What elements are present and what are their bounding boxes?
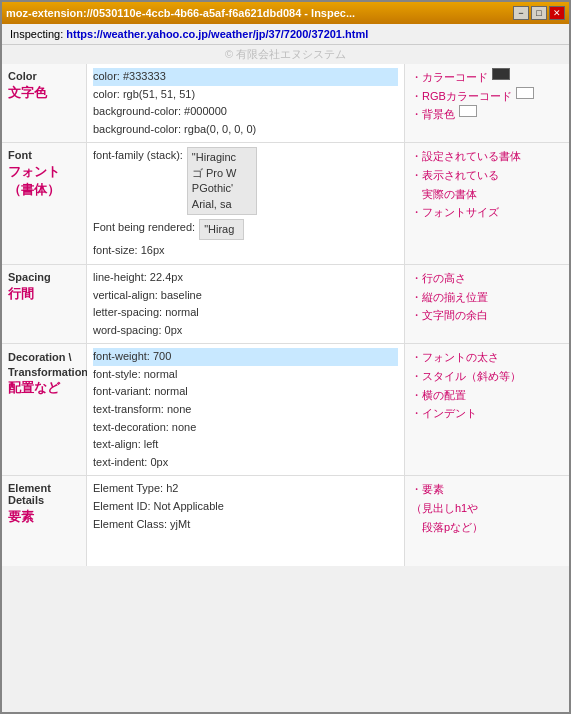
decoration-section: Decoration \Transformation 配置など font-wei… bbox=[2, 344, 569, 476]
font-size-row: font-size: 16px bbox=[93, 242, 398, 260]
decoration-data: font-weight: 700 font-style: normal font… bbox=[87, 344, 404, 475]
swatch-white-2 bbox=[459, 105, 477, 117]
spacing-data: line-height: 22.4px vertical-align: base… bbox=[87, 265, 404, 343]
spacing-label: Spacing 行間 bbox=[2, 265, 87, 343]
color-line-3: background-color: #000000 bbox=[93, 103, 398, 121]
titlebar: moz-extension://0530110e-4ccb-4b66-a5af-… bbox=[2, 2, 569, 24]
maximize-button[interactable]: □ bbox=[531, 6, 547, 20]
spacing-line-2: vertical-align: baseline bbox=[93, 287, 398, 305]
element-note-2: （見出しh1や 段落pなど） bbox=[411, 499, 563, 536]
decoration-note-3: ・横の配置 bbox=[411, 386, 563, 405]
color-note-1: ・カラーコード bbox=[411, 68, 563, 87]
color-notes: ・カラーコード ・RGBカラーコード ・背景色 bbox=[404, 64, 569, 142]
font-size-label: font-size: 16px bbox=[93, 244, 165, 256]
inspecting-label: Inspecting: bbox=[10, 28, 63, 40]
font-section: Font フォント（書体） font-family (stack): "Hira… bbox=[2, 143, 569, 265]
color-note-3: ・背景色 bbox=[411, 105, 563, 124]
element-note-1: ・要素 bbox=[411, 480, 563, 499]
spacing-label-jp: 行間 bbox=[8, 285, 80, 303]
swatch-dark bbox=[492, 68, 510, 80]
element-notes: ・要素 （見出しh1や 段落pなど） bbox=[404, 476, 569, 566]
color-line-1: color: #333333 bbox=[93, 68, 398, 86]
element-line-1: Element Type: h2 bbox=[93, 480, 398, 498]
swatch-white-1 bbox=[516, 87, 534, 99]
color-note-2: ・RGBカラーコード bbox=[411, 87, 563, 106]
font-stack-label: font-family (stack): bbox=[93, 147, 183, 165]
spacing-line-3: letter-spacing: normal bbox=[93, 304, 398, 322]
spacing-line-1: line-height: 22.4px bbox=[93, 269, 398, 287]
font-note-1: ・設定されている書体 bbox=[411, 147, 563, 166]
spacing-line-4: word-spacing: 0px bbox=[93, 322, 398, 340]
decoration-line-7: text-indent: 0px bbox=[93, 454, 398, 472]
element-line-2: Element ID: Not Applicable bbox=[93, 498, 398, 516]
decoration-note-4: ・インデント bbox=[411, 404, 563, 423]
font-data: font-family (stack): "Hiragincゴ Pro WPGo… bbox=[87, 143, 404, 264]
decoration-line-5: text-decoration: none bbox=[93, 419, 398, 437]
decoration-note-2: ・スタイル（斜め等） bbox=[411, 367, 563, 386]
font-label-en: Font bbox=[8, 149, 80, 161]
window-title: moz-extension://0530110e-4ccb-4b66-a5af-… bbox=[6, 7, 513, 19]
element-label-jp: 要素 bbox=[8, 508, 80, 526]
element-data: Element Type: h2 Element ID: Not Applica… bbox=[87, 476, 404, 566]
decoration-notes: ・フォントの太さ ・スタイル（斜め等） ・横の配置 ・インデント bbox=[404, 344, 569, 475]
watermark-text: © 有限会社エヌシステム bbox=[225, 48, 346, 60]
color-section: Color 文字色 color: #333333 color: rgb(51, … bbox=[2, 64, 569, 143]
color-line-2: color: rgb(51, 51, 51) bbox=[93, 86, 398, 104]
element-section: Element Details 要素 Element Type: h2 Elem… bbox=[2, 476, 569, 566]
color-label: Color 文字色 bbox=[2, 64, 87, 142]
spacing-note-2: ・縦の揃え位置 bbox=[411, 288, 563, 307]
window-controls: − □ ✕ bbox=[513, 6, 565, 20]
font-label: Font フォント（書体） bbox=[2, 143, 87, 264]
minimize-button[interactable]: − bbox=[513, 6, 529, 20]
element-line-3: Element Class: yjMt bbox=[93, 516, 398, 534]
main-content: Color 文字色 color: #333333 color: rgb(51, … bbox=[2, 64, 569, 712]
font-label-jp: フォント（書体） bbox=[8, 163, 80, 199]
color-label-jp: 文字色 bbox=[8, 84, 80, 102]
font-stack-box: "Hiragincゴ Pro WPGothic'Arial, sa bbox=[187, 147, 257, 215]
spacing-note-3: ・文字間の余白 bbox=[411, 306, 563, 325]
font-note-2: ・表示されている 実際の書体 bbox=[411, 166, 563, 203]
spacing-label-en: Spacing bbox=[8, 271, 80, 283]
decoration-label-en: Decoration \Transformation bbox=[8, 350, 80, 379]
color-data: color: #333333 color: rgb(51, 51, 51) ba… bbox=[87, 64, 404, 142]
decoration-line-4: text-transform: none bbox=[93, 401, 398, 419]
spacing-section: Spacing 行間 line-height: 22.4px vertical-… bbox=[2, 265, 569, 344]
decoration-line-6: text-align: left bbox=[93, 436, 398, 454]
close-button[interactable]: ✕ bbox=[549, 6, 565, 20]
font-rendered-row: Font being rendered: "Hirag bbox=[93, 219, 398, 242]
font-stack-row: font-family (stack): "Hiragincゴ Pro WPGo… bbox=[93, 147, 398, 217]
decoration-label-jp: 配置など bbox=[8, 379, 80, 397]
font-notes: ・設定されている書体 ・表示されている 実際の書体 ・フォントサイズ bbox=[404, 143, 569, 264]
font-rendered-box: "Hirag bbox=[199, 219, 244, 240]
element-label: Element Details 要素 bbox=[2, 476, 87, 566]
decoration-line-1: font-weight: 700 bbox=[93, 348, 398, 366]
decoration-note-1: ・フォントの太さ bbox=[411, 348, 563, 367]
inspecting-bar: Inspecting: https://weather.yahoo.co.jp/… bbox=[2, 24, 569, 45]
decoration-line-2: font-style: normal bbox=[93, 366, 398, 384]
app-window: moz-extension://0530110e-4ccb-4b66-a5af-… bbox=[0, 0, 571, 714]
spacing-notes: ・行の高さ ・縦の揃え位置 ・文字間の余白 bbox=[404, 265, 569, 343]
font-rendered-label: Font being rendered: bbox=[93, 219, 195, 242]
color-line-4: background-color: rgba(0, 0, 0, 0) bbox=[93, 121, 398, 139]
decoration-label: Decoration \Transformation 配置など bbox=[2, 344, 87, 475]
inspecting-url: https://weather.yahoo.co.jp/weather/jp/3… bbox=[66, 28, 368, 40]
spacing-note-1: ・行の高さ bbox=[411, 269, 563, 288]
watermark: © 有限会社エヌシステム bbox=[2, 45, 569, 64]
color-label-en: Color bbox=[8, 70, 80, 82]
element-label-en: Element Details bbox=[8, 482, 80, 506]
decoration-line-3: font-variant: normal bbox=[93, 383, 398, 401]
font-note-3: ・フォントサイズ bbox=[411, 203, 563, 222]
